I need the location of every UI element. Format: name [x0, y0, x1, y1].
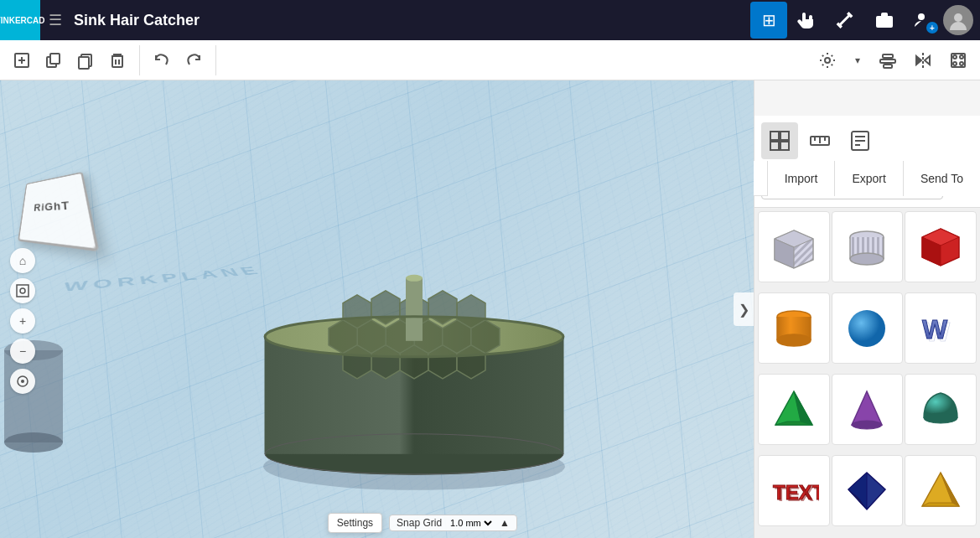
add-badge: +	[926, 22, 938, 34]
svg-line-20	[832, 54, 832, 55]
view-tools-group: ▾	[812, 45, 973, 75]
snap-grid-label: Snap Grid	[397, 517, 442, 529]
shapes-grid: W W	[754, 208, 980, 538]
activity-button[interactable]	[789, 2, 826, 39]
tab-ruler-button[interactable]	[801, 122, 838, 159]
svg-text:TEXT: TEXT	[775, 483, 819, 505]
main-area: WORKPLANE	[0, 80, 980, 538]
svg-line-19	[832, 64, 832, 65]
svg-marker-108	[852, 391, 882, 425]
send-to-button[interactable]: Send To	[903, 161, 980, 196]
shape-orange-cylinder[interactable]	[758, 292, 830, 364]
settings-label[interactable]: Settings	[328, 513, 382, 533]
project-title: Sink Hair Catcher	[70, 12, 750, 29]
grid-view-button[interactable]: ⊞	[750, 2, 787, 39]
top-right-icons: ⊞ +	[750, 2, 980, 39]
delete-button[interactable]	[102, 45, 132, 75]
svg-line-21	[822, 64, 823, 65]
svg-rect-70	[770, 142, 779, 150]
svg-rect-23	[880, 59, 895, 63]
svg-rect-55	[406, 278, 423, 341]
svg-line-18	[822, 54, 823, 55]
snap-grid-chevron: ▲	[500, 517, 510, 529]
svg-point-56	[406, 275, 423, 282]
svg-marker-27	[925, 56, 930, 65]
snap-grid-control: Snap Grid 1.0 mm 0.5 mm 2.0 mm ▲	[389, 515, 517, 531]
home-view-button[interactable]: ⌂	[10, 248, 35, 273]
svg-rect-69	[780, 132, 789, 140]
history-group	[147, 45, 216, 75]
align-button[interactable]	[873, 45, 903, 75]
export-button[interactable]: Export	[834, 161, 902, 196]
shape-blue-w[interactable]: W W	[905, 292, 977, 364]
svg-text:W: W	[925, 317, 951, 347]
toolbar: ▾	[0, 40, 980, 80]
snap-grid-select[interactable]: 1.0 mm 0.5 mm 2.0 mm	[447, 517, 495, 529]
group-button[interactable]	[943, 45, 973, 75]
transform-button[interactable]	[10, 369, 35, 394]
right-panel: Import Export Send To	[754, 80, 980, 538]
svg-point-28	[953, 55, 957, 59]
svg-marker-114	[848, 473, 867, 510]
svg-rect-71	[780, 142, 789, 150]
shape-dark-blue-diamond[interactable]	[832, 455, 904, 526]
svg-marker-118	[922, 503, 959, 506]
undo-button[interactable]	[147, 45, 177, 75]
tab-notes-button[interactable]	[842, 122, 879, 159]
copy-button[interactable]	[70, 45, 101, 75]
svg-rect-24	[884, 65, 892, 68]
orientation-cube[interactable]: RiGhT	[17, 173, 84, 240]
edit-tools-group	[7, 45, 140, 75]
left-toolbar: ⌂ + −	[10, 248, 35, 394]
svg-point-31	[960, 62, 963, 65]
svg-point-65	[20, 288, 25, 293]
tools-button[interactable]	[827, 2, 864, 39]
zoom-in-button[interactable]: +	[10, 308, 35, 334]
new-button[interactable]	[7, 45, 37, 75]
3d-object	[230, 228, 599, 499]
svg-point-63	[4, 432, 63, 453]
light-button[interactable]	[812, 45, 843, 75]
shape-green-pyramid[interactable]	[758, 374, 830, 445]
svg-point-30	[953, 62, 957, 65]
tab-grid-button[interactable]	[761, 122, 798, 159]
svg-rect-0	[876, 16, 893, 28]
shape-text-red[interactable]: TEXT TEXT	[758, 455, 830, 526]
shape-red-box[interactable]	[905, 211, 977, 282]
svg-point-67	[21, 380, 24, 383]
svg-point-102	[848, 310, 885, 347]
svg-point-109	[852, 421, 882, 429]
light-dropdown-button[interactable]: ▾	[848, 45, 868, 75]
import-button[interactable]: Import	[767, 161, 835, 196]
zoom-out-button[interactable]: −	[10, 339, 35, 364]
avatar[interactable]	[943, 5, 973, 35]
logo: TINKERCAD	[0, 0, 40, 40]
action-bar: Import Export Send To	[754, 161, 980, 196]
svg-point-2	[954, 13, 962, 22]
add-user-button[interactable]: +	[905, 2, 941, 39]
shape-purple-cone[interactable]	[832, 374, 904, 445]
svg-marker-26	[916, 56, 921, 65]
reflect-button[interactable]	[908, 45, 938, 75]
status-bar: Settings Snap Grid 1.0 mm 0.5 mm 2.0 mm …	[0, 508, 527, 538]
svg-rect-64	[17, 285, 29, 297]
duplicate-button[interactable]	[39, 45, 69, 75]
viewport-arrow-button[interactable]: ❯	[734, 292, 754, 326]
svg-rect-7	[50, 54, 60, 64]
shape-striped-cylinder[interactable]	[832, 211, 904, 282]
cube-face-right: RiGhT	[18, 172, 99, 251]
shape-blue-sphere[interactable]	[832, 292, 904, 364]
shape-teal-halfshpere[interactable]	[905, 374, 977, 445]
fit-view-button[interactable]	[10, 278, 35, 303]
shape-striped-box[interactable]	[758, 211, 830, 282]
viewport[interactable]: WORKPLANE	[0, 80, 754, 538]
shape-yellow-pyramid[interactable]	[905, 455, 977, 526]
menu-button[interactable]: ☰	[40, 0, 70, 40]
svg-rect-9	[79, 57, 89, 69]
projects-button[interactable]	[866, 2, 903, 39]
redo-button[interactable]	[179, 45, 209, 75]
svg-point-91	[850, 253, 884, 265]
svg-point-1	[918, 13, 925, 20]
viewport-canvas: WORKPLANE	[0, 80, 754, 538]
panel-tabs	[754, 116, 980, 167]
